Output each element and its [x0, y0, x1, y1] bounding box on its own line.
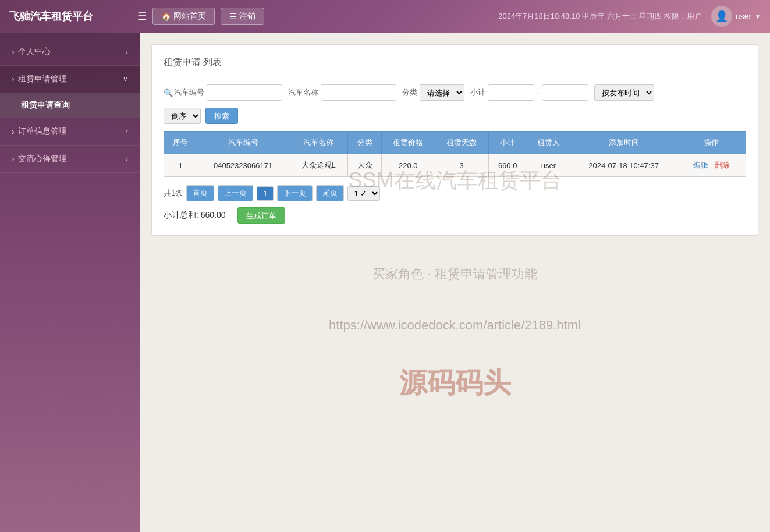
category-select[interactable]: 请选择	[420, 84, 464, 101]
total-count: 共1条	[164, 188, 183, 198]
layout: › 个人中心 › › 租赁申请管理 ∨ 租赁申请查询 › 订单信息管理 ›	[0, 33, 770, 532]
col-actions: 操作	[677, 132, 746, 154]
range-separator: -	[537, 88, 540, 97]
car-name-input[interactable]	[321, 84, 396, 101]
avatar: 👤	[711, 6, 732, 27]
sidebar-item-personal[interactable]: › 个人中心 ›	[0, 38, 140, 66]
cell-category: 大众	[348, 154, 381, 177]
col-seq: 序号	[164, 132, 197, 154]
category-label: 分类	[402, 87, 417, 98]
col-subtotal: 小计	[488, 132, 527, 154]
table-row: 1 04052323066171 大众途观L 大众 220.0 3 660.0 …	[164, 154, 746, 177]
cell-days: 3	[435, 154, 488, 177]
subtotal-min-input[interactable]	[488, 84, 534, 101]
arrow-icon-rental: ∨	[123, 75, 128, 83]
sort-row: 倒序 搜索	[164, 108, 746, 124]
chevron-right-icon: ›	[12, 47, 15, 56]
chevron-right-icon-2: ›	[12, 75, 15, 84]
delete-link[interactable]: 删除	[715, 161, 730, 169]
col-car-name: 汽车名称	[289, 132, 348, 154]
sidebar-submenu-rental: 租赁申请查询	[0, 93, 140, 118]
sidebar-item-exchange[interactable]: › 交流心得管理 ›	[0, 146, 140, 173]
pagination-row: 共1条 首页 上一页 1 下一页 尾页 1 ✓	[164, 185, 746, 201]
logo: 飞驰汽车租赁平台	[9, 9, 137, 23]
cell-subtotal: 660.0	[488, 154, 527, 177]
col-renter: 租赁人	[527, 132, 570, 154]
watermark-url: https://www.icodedock.com/article/2189.h…	[329, 318, 581, 333]
chevron-down-icon: ▼	[755, 13, 761, 20]
logout-icon: ☰	[229, 12, 237, 21]
chevron-right-icon-4: ›	[12, 154, 15, 164]
sidebar-item-order-info[interactable]: › 订单信息管理 ›	[0, 118, 140, 146]
watermark-buyer-role: 买家角色 · 租赁申请管理功能	[372, 265, 537, 283]
sort-order-select[interactable]: 倒序	[164, 108, 201, 124]
col-car-number: 汽车编号	[197, 132, 289, 154]
cell-car-name: 大众途观L	[289, 154, 348, 177]
chevron-right-icon-3: ›	[12, 127, 15, 136]
cell-renter: user	[527, 154, 570, 177]
arrow-icon-personal: ›	[126, 48, 128, 56]
subtotal-max-input[interactable]	[542, 84, 588, 101]
sidebar-item-rental-apply[interactable]: › 租赁申请管理 ∨	[0, 66, 140, 93]
arrow-icon-exchange: ›	[126, 155, 128, 163]
cell-price: 220.0	[381, 154, 435, 177]
col-price: 租赁价格	[381, 132, 435, 154]
watermark-source: 源码码头	[399, 364, 511, 402]
sidebar: › 个人中心 › › 租赁申请管理 ∨ 租赁申请查询 › 订单信息管理 ›	[0, 33, 140, 532]
arrow-icon-order: ›	[126, 127, 128, 136]
search-icon: 🔍	[164, 88, 173, 97]
datetime-info: 2024年7月18日10:48:10 甲辰年 六月十三 星期四 权限：用户	[498, 11, 702, 22]
menu-icon[interactable]: ☰	[137, 10, 147, 23]
sort-by-select[interactable]: 按发布时间	[594, 84, 654, 101]
header: 飞驰汽车租赁平台 ☰ 🏠 网站首页 ☰ 注销 2024年7月18日10:48:1…	[0, 0, 770, 33]
first-page-button[interactable]: 首页	[186, 185, 214, 201]
car-name-field: 汽车名称	[288, 84, 396, 101]
col-days: 租赁天数	[435, 132, 488, 154]
search-button[interactable]: 搜索	[205, 108, 238, 124]
car-number-input[interactable]	[207, 84, 282, 101]
car-name-label: 汽车名称	[288, 87, 318, 98]
search-icon-label: 🔍 汽车编号	[164, 87, 204, 98]
username: user	[736, 12, 751, 21]
cell-add-time: 2024-07-18 10:47:37	[570, 154, 677, 177]
home-icon: 🏠	[161, 12, 171, 21]
page-size-select[interactable]: 1 ✓	[347, 186, 380, 201]
prev-page-button[interactable]: 上一页	[218, 185, 253, 201]
generate-order-button[interactable]: 生成订单	[237, 207, 285, 224]
rental-table: 序号 汽车编号 汽车名称 分类 租赁价格 租赁天数 小计 租赁人 添加时间 操作…	[164, 131, 746, 177]
card-title: 租赁申请 列表	[164, 56, 746, 75]
car-number-field: 🔍 汽车编号	[164, 84, 282, 101]
header-nav: 🏠 网站首页 ☰ 注销	[152, 8, 264, 25]
sort-by-field: 按发布时间	[594, 84, 654, 101]
total-sum-label: 小计总和: 660.00	[164, 210, 226, 221]
bottom-bar: 小计总和: 660.00 生成订单	[164, 207, 746, 224]
cell-car-number: 04052323066171	[197, 154, 289, 177]
table-body: 1 04052323066171 大众途观L 大众 220.0 3 660.0 …	[164, 154, 746, 177]
category-field: 分类 请选择	[402, 84, 464, 101]
sidebar-item-rental-query[interactable]: 租赁申请查询	[0, 93, 140, 118]
subtotal-field: 小计 -	[470, 84, 588, 101]
next-page-button[interactable]: 下一页	[277, 185, 313, 201]
main-content: SSM在线汽车租赁平台 买家角色 · 租赁申请管理功能 https://www.…	[140, 33, 770, 532]
subtotal-label: 小计	[470, 87, 485, 98]
user-menu[interactable]: 👤 user ▼	[711, 6, 761, 27]
rental-list-card: 租赁申请 列表 🔍 汽车编号 汽车名称 分类 请选择	[151, 44, 758, 236]
current-page-button[interactable]: 1	[257, 186, 274, 201]
search-bar: 🔍 汽车编号 汽车名称 分类 请选择 小计	[164, 84, 746, 101]
last-page-button[interactable]: 尾页	[316, 185, 344, 201]
home-button[interactable]: 🏠 网站首页	[152, 8, 215, 25]
edit-link[interactable]: 编辑	[693, 161, 708, 169]
cell-seq: 1	[164, 154, 197, 177]
logout-button[interactable]: ☰ 注销	[221, 8, 264, 25]
table-header: 序号 汽车编号 汽车名称 分类 租赁价格 租赁天数 小计 租赁人 添加时间 操作	[164, 132, 746, 154]
col-add-time: 添加时间	[570, 132, 677, 154]
col-category: 分类	[348, 132, 381, 154]
cell-actions: 编辑 删除	[677, 154, 746, 177]
